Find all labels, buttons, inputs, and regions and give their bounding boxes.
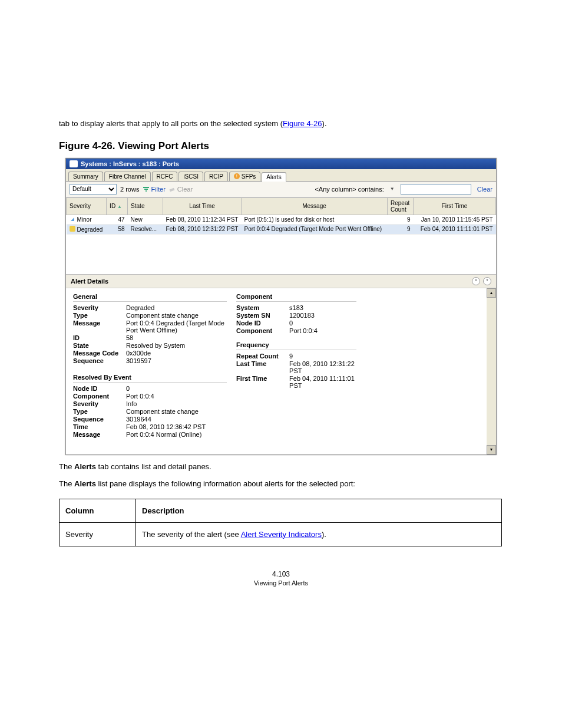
minor-icon	[70, 216, 75, 222]
freq-last: Feb 08, 2010 12:31:22 PST	[289, 360, 356, 374]
window-title: Systems : InServs : s183 : Ports	[81, 160, 179, 167]
detail-sequence: 3019597	[126, 357, 227, 364]
filter-icon	[143, 186, 150, 192]
freq-repeat: 9	[289, 353, 356, 360]
titlebar: Systems : InServs : s183 : Ports	[66, 159, 496, 169]
alert-details-header: Alert Details ˄ ˅	[66, 274, 496, 288]
alert-details-body: ▴ ▾ General SeverityDegraded TypeCompone…	[66, 288, 496, 454]
component-system: s183	[289, 304, 356, 311]
search-input[interactable]	[401, 184, 471, 195]
detail-type: Component state change	[126, 312, 227, 319]
figure-link[interactable]: Figure 4-26	[283, 119, 322, 128]
component-header: Component	[236, 292, 356, 302]
app-icon	[70, 160, 78, 167]
component-component: Port 0:0:4	[289, 327, 356, 334]
clear-filter-button[interactable]: Clear	[169, 186, 193, 193]
col-lasttime[interactable]: Last Time	[163, 197, 242, 215]
collapse-up-icon[interactable]: ˄	[472, 277, 480, 285]
detail-state: Resolved by System	[126, 342, 227, 349]
table-row[interactable]: Minor 47 New Feb 08, 2010 11:12:34 PST P…	[67, 215, 496, 224]
resolved-sequence: 3019644	[126, 416, 227, 423]
search-label: <Any column> contains:	[315, 186, 384, 193]
col-state[interactable]: State	[128, 197, 163, 215]
col-firsttime[interactable]: First Time	[414, 197, 496, 215]
details-left-col: General SeverityDegraded TypeComponent s…	[68, 292, 232, 451]
figure-caption: Figure 4-26. Viewing Port Alerts	[0, 140, 562, 152]
tab-sfps[interactable]: ! SFPs	[229, 172, 260, 181]
frequency-header: Frequency	[236, 340, 356, 350]
doc-th-column: Column	[59, 499, 136, 522]
sort-asc-icon: ▲	[117, 204, 122, 209]
svg-rect-1	[144, 189, 148, 190]
general-header: General	[73, 292, 227, 302]
app-window: Systems : InServs : s183 : Ports Summary…	[65, 158, 497, 455]
filter-button[interactable]: Filter	[143, 186, 165, 193]
col-repeat[interactable]: Repeat Count	[388, 197, 414, 215]
svg-marker-4	[71, 218, 74, 221]
collapse-down-icon[interactable]: ˅	[483, 277, 491, 285]
doc-th-desc: Description	[136, 499, 502, 522]
dropdown-caret-icon[interactable]: ▼	[390, 186, 395, 192]
scroll-up-button[interactable]: ▴	[487, 288, 496, 298]
severity-indicators-link[interactable]: Alert Severity Indicators	[241, 530, 322, 539]
detail-severity: Degraded	[126, 304, 227, 311]
alerts-table: Severity ID ▲ State Last Time Message Re…	[66, 197, 496, 235]
tab-bar: Summary Fibre Channel RCFC iSCSI RCIP ! …	[66, 169, 496, 182]
doc-td-severity-desc: The severity of the alert (see Alert Sev…	[136, 522, 502, 546]
tab-iscsi[interactable]: iSCSI	[178, 172, 203, 181]
details-right-col: Component Systems183 System SN1200183 No…	[232, 292, 361, 451]
degraded-icon	[70, 226, 75, 232]
component-sn: 1200183	[289, 312, 356, 319]
tab-alerts[interactable]: Alerts	[262, 172, 286, 182]
row-count: 2 rows	[120, 186, 139, 193]
warning-icon: !	[234, 173, 240, 179]
doc-td-severity: Severity	[59, 522, 136, 546]
resolved-time: Feb 08, 2010 12:36:42 PST	[126, 423, 227, 430]
resolved-header: Resolved By Event	[73, 373, 227, 383]
freq-first: Feb 04, 2010 11:11:01 PST	[289, 375, 356, 389]
tab-rcfc[interactable]: RCFC	[152, 172, 178, 181]
intro-paragraph: tab to display alerts that apply to all …	[0, 118, 562, 130]
filter-bar: Default 2 rows Filter Clear <Any column>…	[66, 182, 496, 197]
col-message[interactable]: Message	[241, 197, 387, 215]
svg-rect-2	[146, 190, 147, 192]
svg-rect-3	[169, 187, 174, 191]
tab-summary[interactable]: Summary	[68, 172, 103, 181]
eraser-icon	[169, 186, 176, 192]
resolved-component: Port 0:0:4	[126, 393, 227, 400]
resolved-nodeid: 0	[126, 385, 227, 392]
clear-search-link[interactable]: Clear	[477, 186, 492, 193]
view-dropdown[interactable]: Default	[70, 184, 117, 195]
col-id[interactable]: ID ▲	[107, 197, 128, 215]
table-row[interactable]: Degraded 58 Resolve... Feb 08, 2010 12:3…	[67, 224, 496, 234]
svg-rect-0	[143, 187, 149, 188]
detail-id: 58	[126, 334, 227, 341]
resolved-severity: Info	[126, 400, 227, 407]
component-nodeid: 0	[289, 319, 356, 327]
scroll-down-button[interactable]: ▾	[487, 445, 496, 454]
body-text-1: The Alerts tab contains list and detail …	[0, 461, 562, 473]
body-text-2: The Alerts list pane displays the follow…	[0, 478, 562, 490]
detail-msgcode: 0x300de	[126, 350, 227, 357]
resolved-message: Port 0:0:4 Normal (Online)	[126, 431, 227, 438]
col-severity[interactable]: Severity	[67, 197, 107, 215]
page-number: 4.103	[0, 570, 562, 578]
alerts-table-wrap: Severity ID ▲ State Last Time Message Re…	[66, 197, 496, 274]
page-footer-label: Viewing Port Alerts	[0, 579, 562, 587]
tab-fibrechannel[interactable]: Fibre Channel	[104, 172, 151, 181]
tab-rcip[interactable]: RCIP	[204, 172, 228, 181]
detail-message: Port 0:0:4 Degraded (Target Mode Port We…	[126, 319, 227, 334]
doc-column-table: Column Description Severity The severity…	[59, 499, 502, 546]
resolved-type: Component state change	[126, 408, 227, 415]
alerts-tbody: Minor 47 New Feb 08, 2010 11:12:34 PST P…	[67, 215, 496, 234]
